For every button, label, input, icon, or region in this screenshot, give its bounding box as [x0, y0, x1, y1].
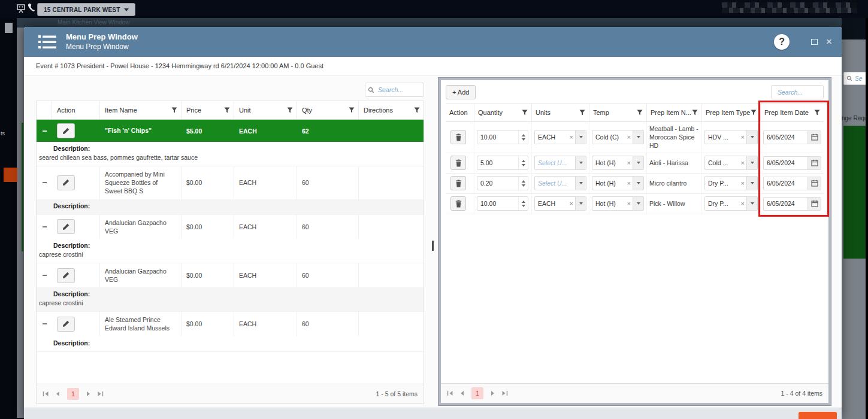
calendar-button[interactable] [807, 198, 821, 210]
help-button[interactable] [774, 34, 790, 50]
filter-icon[interactable] [814, 110, 820, 116]
menu-items-search[interactable] [365, 83, 424, 97]
dropdown-button[interactable] [746, 177, 757, 190]
filter-icon[interactable] [579, 110, 585, 116]
previous-page-icon[interactable] [55, 391, 60, 397]
delete-prep-item-button[interactable] [450, 176, 466, 190]
prep-item-date-picker[interactable]: 6/05/2024 [763, 197, 821, 211]
menu-item-row[interactable]: Ale Steamed Prince Edward Island Mussels… [37, 312, 424, 336]
clear-x-icon[interactable] [739, 200, 746, 207]
calendar-button[interactable] [807, 157, 821, 169]
clear-x-icon[interactable] [625, 180, 633, 187]
edit-item-button[interactable] [57, 219, 75, 234]
clear-x-icon[interactable] [625, 159, 633, 166]
page-number-button[interactable]: 1 [471, 387, 483, 399]
column-header-item-name[interactable]: Item Name [100, 101, 182, 119]
spin-down-icon[interactable] [522, 138, 525, 141]
edit-item-button[interactable] [57, 268, 75, 283]
last-page-icon[interactable] [501, 390, 508, 396]
collapse-toggle[interactable] [37, 263, 52, 287]
filter-icon[interactable] [692, 110, 698, 116]
dropdown-button[interactable] [633, 177, 643, 190]
edit-item-button[interactable] [57, 175, 75, 190]
filter-icon[interactable] [637, 110, 643, 116]
clear-x-icon[interactable] [568, 200, 575, 207]
clear-x-icon[interactable] [739, 180, 746, 187]
collapse-toggle[interactable] [37, 215, 52, 239]
search-input[interactable] [377, 86, 421, 94]
dropdown-button[interactable] [575, 130, 586, 144]
column-header-temp[interactable]: Temp [589, 104, 647, 122]
units-combobox[interactable]: Select U... [534, 156, 586, 170]
spin-down-icon[interactable] [522, 164, 525, 166]
menu-item-row[interactable]: Accompanied by Mini Squeeze Bottles of S… [37, 166, 424, 199]
dropdown-button[interactable] [633, 156, 643, 169]
filter-icon[interactable] [224, 107, 230, 113]
phone-icon[interactable] [28, 3, 36, 13]
clear-x-icon[interactable] [739, 133, 746, 141]
spin-up-icon[interactable] [522, 180, 525, 183]
edit-item-button[interactable] [57, 317, 75, 332]
dropdown-button[interactable] [746, 130, 757, 144]
quantity-input[interactable]: 10.00 [477, 196, 528, 211]
column-header-directions[interactable]: Directions [359, 101, 424, 119]
menu-item-row[interactable]: Andalucian Gazpacho VEG $0.00 EACH 60 [37, 263, 424, 287]
dropdown-button[interactable] [633, 197, 643, 210]
delete-prep-item-button[interactable] [450, 130, 466, 144]
delete-prep-item-button[interactable] [450, 196, 466, 211]
last-page-icon[interactable] [97, 391, 104, 397]
background-search-input[interactable]: Se [843, 72, 866, 85]
filter-icon[interactable] [751, 110, 757, 116]
dropdown-button[interactable] [633, 130, 643, 144]
quantity-input[interactable]: 5.00 [477, 156, 528, 170]
footer-action-button[interactable] [799, 412, 837, 419]
temp-combobox[interactable]: Hot (H) [592, 196, 644, 211]
prep-item-type-combobox[interactable]: Dry P... [704, 196, 758, 211]
filter-icon[interactable] [414, 107, 420, 113]
prep-item-date-picker[interactable]: 6/05/2024 [763, 130, 821, 144]
prep-item-type-combobox[interactable]: Cold ... [704, 156, 758, 170]
dropdown-button[interactable] [575, 177, 586, 190]
clear-x-icon[interactable] [625, 133, 633, 141]
quantity-stepper[interactable] [518, 130, 528, 144]
prep-item-type-combobox[interactable]: Dry P... [704, 176, 758, 190]
delete-prep-item-button[interactable] [450, 156, 466, 170]
prep-item-type-combobox[interactable]: HDV ... [704, 130, 758, 144]
collapse-toggle[interactable] [37, 120, 52, 142]
quantity-input[interactable]: 10.00 [477, 130, 528, 144]
filter-icon[interactable] [171, 107, 177, 113]
prep-item-date-picker[interactable]: 6/05/2024 [763, 156, 821, 170]
maximize-button[interactable] [811, 39, 818, 45]
clear-x-icon[interactable] [739, 159, 746, 166]
temp-combobox[interactable]: Hot (H) [592, 156, 644, 170]
display-board-icon[interactable] [17, 4, 25, 13]
search-input[interactable] [776, 88, 821, 96]
collapse-toggle[interactable] [37, 166, 52, 199]
column-header-units[interactable]: Units [532, 104, 589, 122]
next-page-icon[interactable] [491, 390, 495, 396]
splitter-handle[interactable] [432, 241, 434, 251]
dropdown-button[interactable] [746, 156, 757, 169]
filter-icon[interactable] [287, 107, 293, 113]
prep-item-date-picker[interactable]: 6/05/2024 [763, 177, 821, 190]
column-header-quantity[interactable]: Quantity [474, 104, 532, 122]
clear-x-icon[interactable] [568, 133, 575, 141]
spin-up-icon[interactable] [522, 160, 525, 162]
calendar-button[interactable] [807, 131, 821, 144]
dropdown-button[interactable] [575, 197, 586, 210]
collapse-toggle[interactable] [37, 312, 52, 336]
temp-combobox[interactable]: Hot (H) [592, 176, 644, 190]
menu-item-row[interactable]: "Fish 'n' Chips" $5.00 EACH 62 [37, 120, 424, 142]
spin-up-icon[interactable] [522, 134, 525, 136]
menu-item-row[interactable]: Andalucian Gazpacho VEG $0.00 EACH 60 [37, 215, 424, 239]
column-header-prep-item-type[interactable]: Prep Item Type [702, 104, 761, 122]
units-combobox[interactable]: Select U... [534, 176, 586, 190]
close-button[interactable] [826, 39, 832, 45]
column-header-prep-item-name[interactable]: Prep Item N... [647, 104, 702, 122]
spin-down-icon[interactable] [522, 205, 525, 207]
next-page-icon[interactable] [86, 391, 91, 397]
venue-selector-dropdown[interactable]: 15 CENTRAL PARK WEST [37, 3, 135, 16]
clear-x-icon[interactable] [625, 200, 633, 207]
previous-page-icon[interactable] [459, 390, 464, 396]
temp-combobox[interactable]: Cold (C) [592, 130, 644, 144]
